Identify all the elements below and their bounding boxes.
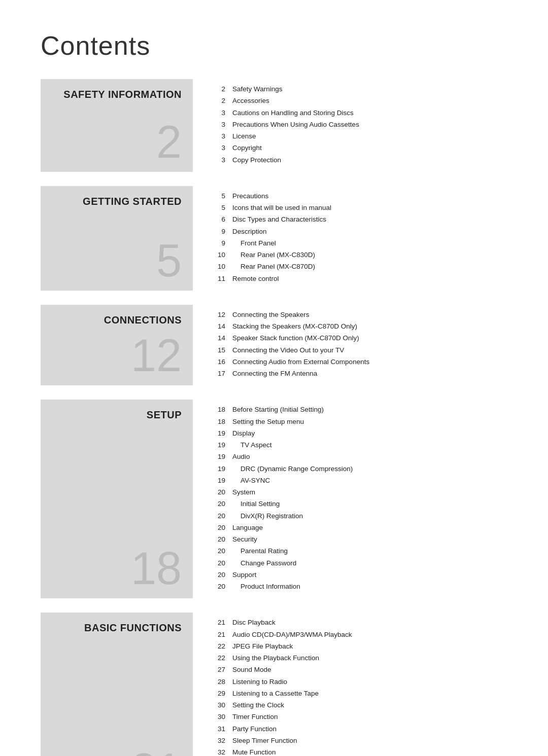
toc-text: Rear Panel (MX-C830D) bbox=[232, 250, 315, 260]
toc-text: Listening to a Cassette Tape bbox=[232, 689, 319, 699]
toc-entry: 20Initial Setting bbox=[211, 499, 507, 509]
section-number-safety-information: 2 bbox=[156, 119, 182, 165]
toc-page: 14 bbox=[211, 321, 225, 332]
toc-text: Language bbox=[232, 523, 263, 533]
toc-text: Before Starting (Initial Setting) bbox=[232, 405, 324, 415]
toc-entry: 19TV Aspect bbox=[211, 440, 507, 450]
toc-entry: 18Before Starting (Initial Setting) bbox=[211, 405, 507, 415]
toc-entry: 9Description bbox=[211, 227, 507, 237]
toc-entry: 22Using the Playback Function bbox=[211, 653, 507, 663]
toc-page: 20 bbox=[211, 546, 225, 556]
toc-text: Connecting the Speakers bbox=[232, 310, 310, 320]
toc-entry: 10Rear Panel (MX-C870D) bbox=[211, 262, 507, 272]
section-row-getting-started: GETTING STARTED55Precautions5Icons that … bbox=[41, 186, 507, 291]
toc-entry: 12Connecting the Speakers bbox=[211, 310, 507, 320]
toc-entry: 6Disc Types and Characteristics bbox=[211, 214, 507, 225]
toc-page: 20 bbox=[211, 511, 225, 521]
toc-entry: 19Display bbox=[211, 428, 507, 439]
toc-text: Sound Mode bbox=[232, 665, 271, 675]
toc-text: Accessories bbox=[232, 96, 269, 106]
toc-page: 28 bbox=[211, 677, 225, 687]
toc-page: 10 bbox=[211, 262, 225, 272]
toc-text: Sleep Timer Function bbox=[232, 736, 297, 746]
toc-text: JPEG File Playback bbox=[232, 641, 293, 652]
section-number-getting-started: 5 bbox=[156, 238, 182, 283]
toc-text: Cautions on Handling and Storing Discs bbox=[232, 108, 354, 118]
toc-entry: 19Audio bbox=[211, 452, 507, 462]
toc-entry: 32Mute Function bbox=[211, 747, 507, 756]
toc-entry: 20Language bbox=[211, 523, 507, 533]
toc-page: 31 bbox=[211, 724, 225, 734]
section-row-setup: SETUP1818Before Starting (Initial Settin… bbox=[41, 400, 507, 598]
toc-text: Connecting the FM Antenna bbox=[232, 369, 317, 379]
toc-entry: 32Sleep Timer Function bbox=[211, 736, 507, 746]
toc-text: Setting the Clock bbox=[232, 700, 284, 710]
toc-page: 16 bbox=[211, 357, 225, 367]
toc-page: 22 bbox=[211, 641, 225, 652]
toc-entry: 16Connecting Audio from External Compone… bbox=[211, 357, 507, 367]
section-items-setup: 18Before Starting (Initial Setting)18Set… bbox=[193, 400, 507, 598]
toc-page: 19 bbox=[211, 464, 225, 474]
section-box-basic-functions: BASIC FUNCTIONS21 bbox=[41, 613, 193, 756]
section-items-getting-started: 5Precautions5Icons that will be used in … bbox=[193, 186, 507, 291]
toc-entry: 5Icons that will be used in manual bbox=[211, 203, 507, 213]
toc-page: 30 bbox=[211, 712, 225, 722]
toc-page: 22 bbox=[211, 653, 225, 663]
toc-page: 20 bbox=[211, 534, 225, 545]
toc-entry: 29Listening to a Cassette Tape bbox=[211, 689, 507, 699]
toc-text: Audio bbox=[232, 452, 250, 462]
toc-page: 32 bbox=[211, 736, 225, 746]
toc-text: Speaker Stack function (MX-C870D Only) bbox=[232, 333, 359, 343]
toc-text: DivX(R) Registration bbox=[232, 511, 303, 521]
toc-entry: 20Product Information bbox=[211, 582, 507, 592]
toc-entry: 3Cautions on Handling and Storing Discs bbox=[211, 108, 507, 118]
toc-page: 20 bbox=[211, 499, 225, 509]
toc-entry: 22JPEG File Playback bbox=[211, 641, 507, 652]
toc-text: Setting the Setup menu bbox=[232, 417, 304, 427]
toc-page: 20 bbox=[211, 582, 225, 592]
toc-text: DRC (Dynamic Range Compression) bbox=[232, 464, 353, 474]
toc-entry: 19AV-SYNC bbox=[211, 476, 507, 486]
toc-page: 11 bbox=[211, 274, 225, 284]
toc-page: 3 bbox=[211, 131, 225, 141]
toc-page: 15 bbox=[211, 345, 225, 355]
toc-entry: 17Connecting the FM Antenna bbox=[211, 369, 507, 379]
toc-text: Precautions When Using Audio Cassettes bbox=[232, 120, 359, 130]
toc-page: 6 bbox=[211, 214, 225, 225]
toc-text: Parental Rating bbox=[232, 546, 288, 556]
toc-text: Audio CD(CD-DA)/MP3/WMA Playback bbox=[232, 630, 352, 640]
toc-page: 10 bbox=[211, 250, 225, 260]
toc-page: 20 bbox=[211, 570, 225, 580]
toc-entry: 20Change Password bbox=[211, 558, 507, 568]
toc-text: Connecting Audio from External Component… bbox=[232, 357, 369, 367]
toc-page: 20 bbox=[211, 523, 225, 533]
toc-entry: 14Speaker Stack function (MX-C870D Only) bbox=[211, 333, 507, 343]
section-title-connections: CONNECTIONS bbox=[104, 314, 182, 326]
toc-entry: 20Security bbox=[211, 534, 507, 545]
toc-page: 20 bbox=[211, 558, 225, 568]
toc-text: Safety Warnings bbox=[232, 84, 283, 94]
toc-page: 5 bbox=[211, 203, 225, 213]
toc-page: 3 bbox=[211, 143, 225, 153]
toc-page: 3 bbox=[211, 108, 225, 118]
toc-text: Remote control bbox=[232, 274, 279, 284]
section-number-basic-functions: 21 bbox=[131, 747, 182, 756]
toc-text: Security bbox=[232, 534, 257, 545]
toc-text: Initial Setting bbox=[232, 499, 280, 509]
toc-page: 9 bbox=[211, 238, 225, 248]
toc-page: 18 bbox=[211, 405, 225, 415]
section-title-safety-information: SAFETY INFORMATION bbox=[63, 88, 182, 100]
toc-page: 18 bbox=[211, 417, 225, 427]
toc-text: TV Aspect bbox=[232, 440, 272, 450]
toc-text: Disc Playback bbox=[232, 618, 276, 628]
toc-page: 14 bbox=[211, 333, 225, 343]
toc-entry: 30Timer Function bbox=[211, 712, 507, 722]
toc-text: Copyright bbox=[232, 143, 262, 153]
toc-page: 9 bbox=[211, 227, 225, 237]
toc-entry: 15Connecting the Video Out to your TV bbox=[211, 345, 507, 355]
toc-text: Stacking the Speakers (MX-C870D Only) bbox=[232, 321, 357, 332]
toc-text: Connecting the Video Out to your TV bbox=[232, 345, 344, 355]
toc-text: Timer Function bbox=[232, 712, 278, 722]
toc-entry: 21Disc Playback bbox=[211, 618, 507, 628]
toc-entry: 9Front Panel bbox=[211, 238, 507, 248]
